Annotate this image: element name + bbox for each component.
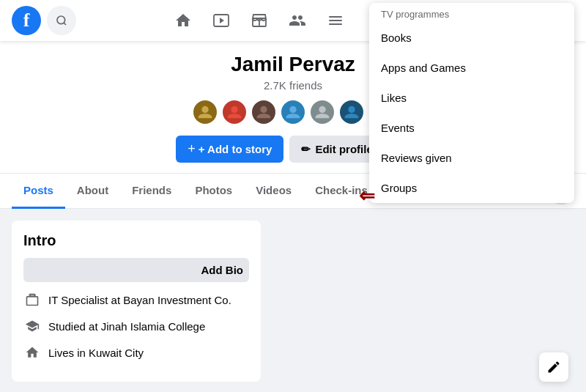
add-to-story-label: + Add to story xyxy=(199,143,272,155)
nav-menu-button[interactable] xyxy=(318,3,353,38)
svg-rect-7 xyxy=(329,20,342,21)
friend-avatar-1 xyxy=(192,99,218,125)
dropdown-item-reviews[interactable]: Reviews given xyxy=(369,143,574,173)
svg-point-14 xyxy=(348,106,355,113)
friend-avatar-4 xyxy=(280,99,306,125)
svg-rect-8 xyxy=(329,23,342,25)
nav-home-button[interactable] xyxy=(166,3,201,38)
svg-line-1 xyxy=(64,23,66,25)
intro-job-text: IT Specialist at Bayan Investment Co. xyxy=(48,294,231,306)
tab-friends[interactable]: Friends xyxy=(120,174,183,209)
friend-avatar-6 xyxy=(338,99,365,125)
home-location-icon xyxy=(23,344,41,361)
dropdown-item-events[interactable]: Events xyxy=(369,113,574,143)
nav-watch-button[interactable] xyxy=(204,3,239,38)
search-button[interactable] xyxy=(47,6,76,35)
friend-avatar-5 xyxy=(309,99,335,125)
svg-point-9 xyxy=(201,106,208,113)
more-tab-arrow-icon: ⇐ xyxy=(359,185,375,207)
friend-avatar-3 xyxy=(251,99,277,125)
intro-education: Studied at Jinah Islamia College xyxy=(23,317,249,335)
briefcase-icon xyxy=(23,291,41,308)
svg-point-10 xyxy=(231,106,237,113)
svg-point-12 xyxy=(289,106,296,113)
graduation-icon xyxy=(23,317,41,335)
tab-videos[interactable]: Videos xyxy=(244,174,303,209)
plus-icon: + xyxy=(188,141,196,157)
intro-panel: Intro Add Bio IT Specialist at Bayan Inv… xyxy=(12,221,261,382)
facebook-logo[interactable]: f xyxy=(12,6,41,35)
nav-people-button[interactable] xyxy=(280,3,315,38)
intro-job: IT Specialist at Bayan Investment Co. xyxy=(23,291,249,308)
intro-education-text: Studied at Jinah Islamia College xyxy=(48,320,205,333)
tab-posts[interactable]: Posts xyxy=(12,174,65,209)
intro-title: Intro xyxy=(23,232,249,249)
nav-marketplace-button[interactable] xyxy=(242,3,277,38)
edit-profile-label: Edit profile xyxy=(315,143,372,155)
nav-left: f xyxy=(12,6,76,35)
tab-about[interactable]: About xyxy=(65,174,120,209)
more-dropdown-menu: TV programmes Books Apps and Games Likes… xyxy=(369,3,574,203)
svg-point-0 xyxy=(57,16,65,24)
svg-marker-3 xyxy=(220,18,224,23)
dropdown-item-likes[interactable]: Likes ⇐ xyxy=(369,83,574,113)
add-to-story-button[interactable]: + + Add to story xyxy=(176,136,283,163)
add-bio-button[interactable]: Add Bio xyxy=(23,258,249,282)
tab-photos[interactable]: Photos xyxy=(183,174,244,209)
edit-float-button[interactable] xyxy=(539,352,568,382)
content-area: Intro Add Bio IT Specialist at Bayan Inv… xyxy=(0,209,586,392)
dropdown-item-apps-games[interactable]: Apps and Games xyxy=(369,53,574,83)
intro-location-text: Lives in Kuwait City xyxy=(48,347,144,359)
pencil-icon: ✏ xyxy=(301,143,311,156)
svg-rect-6 xyxy=(329,16,342,18)
dropdown-item-groups[interactable]: Groups xyxy=(369,173,574,203)
svg-point-13 xyxy=(319,106,325,113)
dropdown-item-books[interactable]: Books xyxy=(369,23,574,53)
svg-point-11 xyxy=(260,106,267,113)
friend-avatar-2 xyxy=(221,99,248,125)
intro-location: Lives in Kuwait City xyxy=(23,344,249,361)
dropdown-scrolled-label: TV programmes xyxy=(369,3,574,23)
